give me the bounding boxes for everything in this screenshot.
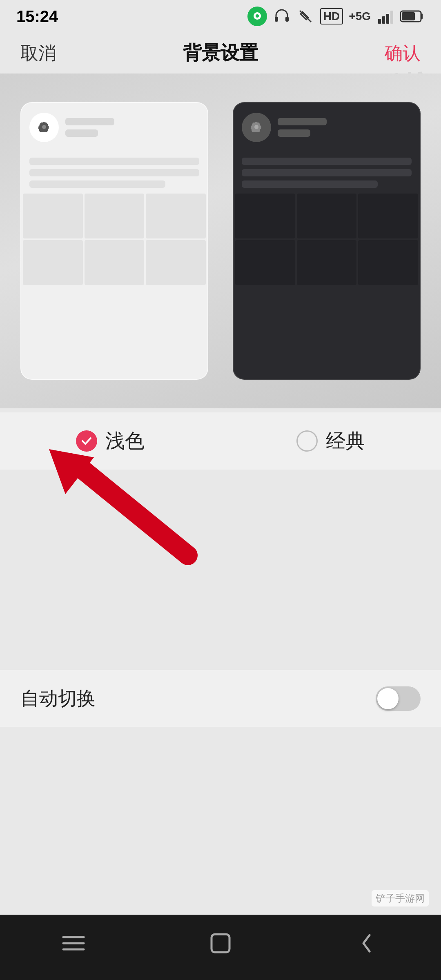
notification-icon (247, 7, 267, 26)
svg-rect-4 (382, 16, 385, 24)
card-text-light (65, 118, 199, 137)
mute-icon (296, 7, 314, 25)
confirm-button[interactable]: 确认 (385, 41, 421, 65)
nav-back-icon[interactable] (351, 927, 384, 960)
grid-cell (297, 240, 357, 285)
svg-rect-2 (285, 17, 289, 22)
card-grid-dark (234, 194, 420, 285)
classic-option-label: 经典 (326, 428, 365, 454)
light-theme-preview[interactable] (20, 102, 208, 380)
card-line (278, 129, 310, 137)
content-line (242, 158, 412, 165)
watermark: 铲子手游网 (372, 890, 429, 906)
grid-cell (85, 240, 145, 285)
card-line (278, 118, 327, 125)
svg-rect-8 (402, 12, 415, 20)
grid-cell (23, 240, 83, 285)
grid-cell (235, 194, 295, 238)
content-line (242, 169, 412, 176)
content-line (29, 169, 199, 176)
grid-cell (297, 194, 357, 238)
avatar-dark (242, 113, 271, 142)
status-bar: 15:24 HD +5G (0, 0, 441, 33)
page-title: 背景设置 (183, 40, 258, 66)
card-text-dark (278, 118, 412, 137)
grid-cell (358, 194, 418, 238)
auto-switch-label: 自动切换 (20, 686, 96, 711)
settings-area: 自动切换 (0, 670, 441, 727)
svg-point-10 (254, 125, 258, 129)
battery-icon (400, 9, 425, 23)
card-line (65, 129, 98, 137)
svg-rect-1 (275, 17, 278, 22)
svg-point-0 (256, 14, 259, 18)
status-icons: HD +5G (247, 7, 425, 26)
signal-icon (376, 7, 394, 25)
radio-selected-light (76, 430, 97, 452)
nav-bar (0, 915, 441, 980)
svg-rect-5 (386, 14, 389, 24)
auto-switch-toggle[interactable] (376, 686, 421, 711)
svg-rect-6 (390, 11, 393, 24)
svg-line-12 (78, 466, 188, 555)
light-option[interactable]: 浅色 (0, 428, 220, 454)
status-time: 15:24 (16, 7, 58, 26)
content-line (29, 180, 165, 188)
top-navigation: 取消 背景设置 确认 (0, 33, 441, 74)
grid-cell (146, 194, 206, 238)
content-line (242, 180, 378, 188)
avatar-light (29, 113, 59, 142)
content-line (29, 158, 199, 165)
classic-option[interactable]: 经典 (220, 428, 441, 454)
card-header-dark (234, 103, 420, 152)
cancel-button[interactable]: 取消 (20, 41, 56, 65)
preview-area (0, 74, 441, 408)
card-grid-light (21, 194, 207, 285)
theme-selection-area: 浅色 经典 (0, 412, 441, 470)
card-line (65, 118, 114, 125)
svg-rect-17 (212, 934, 229, 952)
card-content-dark (234, 152, 420, 194)
grid-cell (23, 194, 83, 238)
grid-cell (85, 194, 145, 238)
hd-badge: HD (320, 8, 343, 24)
grid-cell (146, 240, 206, 285)
svg-rect-3 (378, 19, 381, 24)
light-option-label: 浅色 (105, 428, 145, 454)
5g-badge: +5G (349, 10, 371, 23)
grid-cell (358, 240, 418, 285)
dark-theme-preview[interactable] (233, 102, 421, 380)
toggle-knob (377, 688, 399, 709)
grid-cell (235, 240, 295, 285)
card-header-light (21, 103, 207, 152)
svg-point-9 (42, 125, 46, 129)
card-content-light (21, 152, 207, 194)
headphone-icon (273, 7, 291, 25)
radio-unselected-classic (296, 430, 318, 452)
nav-menu-icon[interactable] (57, 927, 90, 960)
nav-home-icon[interactable] (204, 927, 237, 960)
